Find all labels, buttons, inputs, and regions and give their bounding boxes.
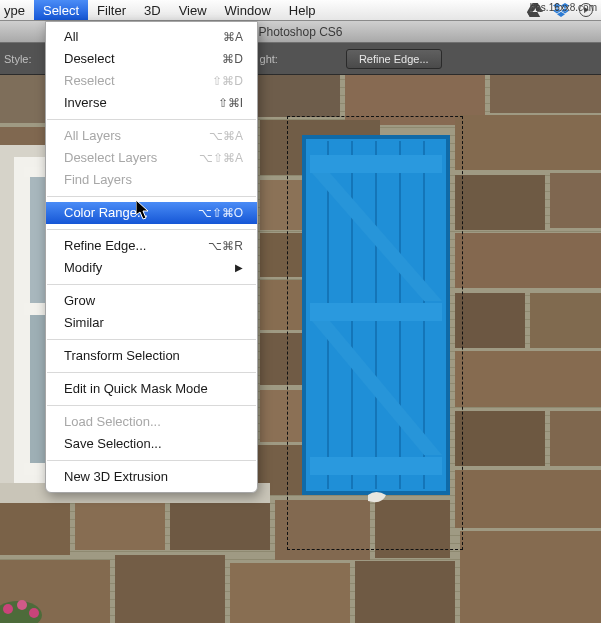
svg-rect-28 bbox=[75, 495, 165, 550]
menu-refine-edge-shortcut: ⌥⌘R bbox=[208, 237, 243, 255]
menu-grow-label: Grow bbox=[64, 292, 95, 310]
menu-type[interactable]: ype bbox=[0, 0, 34, 20]
menu-all[interactable]: All ⌘A bbox=[46, 26, 257, 48]
svg-rect-27 bbox=[0, 495, 70, 555]
app-title: Photoshop CS6 bbox=[258, 25, 342, 39]
blue-shutter bbox=[304, 137, 448, 502]
menu-deselect[interactable]: Deselect ⌘D bbox=[46, 48, 257, 70]
menu-transform-selection[interactable]: Transform Selection bbox=[46, 345, 257, 367]
menu-load-selection-label: Load Selection... bbox=[64, 413, 161, 431]
style-label: Style: bbox=[4, 53, 32, 65]
menu-all-layers: All Layers ⌥⌘A bbox=[46, 125, 257, 147]
menu-3d[interactable]: 3D bbox=[135, 0, 170, 20]
menu-reselect-label: Reselect bbox=[64, 72, 115, 90]
menu-reselect: Reselect ⇧⌘D bbox=[46, 70, 257, 92]
menu-window[interactable]: Window bbox=[216, 0, 280, 20]
menu-all-layers-label: All Layers bbox=[64, 127, 121, 145]
menu-deselect-shortcut: ⌘D bbox=[222, 50, 243, 68]
menu-similar[interactable]: Similar bbox=[46, 312, 257, 334]
svg-rect-13 bbox=[455, 175, 545, 230]
svg-rect-59 bbox=[310, 155, 442, 173]
menu-color-range-label: Color Range... bbox=[64, 204, 148, 222]
height-label: ght: bbox=[260, 53, 278, 65]
menu-save-selection[interactable]: Save Selection... bbox=[46, 433, 257, 455]
menu-filter[interactable]: Filter bbox=[88, 0, 135, 20]
svg-point-49 bbox=[3, 604, 13, 614]
svg-point-50 bbox=[17, 600, 27, 610]
menu-refine-edge-label: Refine Edge... bbox=[64, 237, 146, 255]
mac-menubar: ype Select Filter 3D View Window Help bbox=[0, 0, 601, 21]
svg-rect-23 bbox=[455, 411, 545, 466]
menu-find-layers: Find Layers bbox=[46, 169, 257, 191]
select-menu-dropdown: All ⌘A Deselect ⌘D Reselect ⇧⌘D Inverse … bbox=[45, 21, 258, 493]
menu-select[interactable]: Select bbox=[34, 0, 88, 20]
svg-rect-14 bbox=[550, 173, 601, 228]
menu-new-3d-label: New 3D Extrusion bbox=[64, 468, 168, 486]
svg-rect-35 bbox=[355, 561, 455, 623]
menu-reselect-shortcut: ⇧⌘D bbox=[212, 72, 243, 90]
svg-rect-24 bbox=[550, 411, 601, 466]
menu-deselect-layers-shortcut: ⌥⇧⌘A bbox=[199, 149, 243, 167]
menu-refine-edge[interactable]: Refine Edge... ⌥⌘R bbox=[46, 235, 257, 257]
svg-rect-31 bbox=[375, 500, 450, 558]
menu-inverse[interactable]: Inverse ⇧⌘I bbox=[46, 92, 257, 114]
svg-rect-30 bbox=[275, 500, 370, 560]
menu-help[interactable]: Help bbox=[280, 0, 325, 20]
menu-find-layers-label: Find Layers bbox=[64, 171, 132, 189]
submenu-arrow-icon: ▶ bbox=[235, 259, 243, 277]
menu-all-shortcut: ⌘A bbox=[223, 28, 243, 46]
menu-deselect-label: Deselect bbox=[64, 50, 115, 68]
menu-color-range[interactable]: Color Range... ⌥⇧⌘O bbox=[46, 202, 257, 224]
svg-rect-19 bbox=[530, 293, 601, 348]
svg-rect-60 bbox=[310, 303, 442, 321]
menu-inverse-label: Inverse bbox=[64, 94, 107, 112]
svg-rect-36 bbox=[460, 531, 601, 623]
menu-color-range-shortcut: ⌥⇧⌘O bbox=[198, 204, 243, 222]
svg-rect-8 bbox=[490, 75, 601, 113]
menu-similar-label: Similar bbox=[64, 314, 104, 332]
menu-new-3d-extrusion[interactable]: New 3D Extrusion bbox=[46, 466, 257, 488]
svg-rect-29 bbox=[170, 495, 270, 550]
svg-point-51 bbox=[29, 608, 39, 618]
menu-view[interactable]: View bbox=[170, 0, 216, 20]
svg-rect-18 bbox=[455, 293, 525, 348]
menu-save-selection-label: Save Selection... bbox=[64, 435, 162, 453]
menu-grow[interactable]: Grow bbox=[46, 290, 257, 312]
menu-deselect-layers-label: Deselect Layers bbox=[64, 149, 157, 167]
menu-modify[interactable]: Modify ▶ bbox=[46, 257, 257, 279]
svg-rect-33 bbox=[115, 555, 225, 623]
refine-edge-button[interactable]: Refine Edge... bbox=[346, 49, 442, 69]
menu-load-selection: Load Selection... bbox=[46, 411, 257, 433]
svg-rect-21 bbox=[455, 351, 601, 407]
menu-transform-label: Transform Selection bbox=[64, 347, 180, 365]
svg-rect-11 bbox=[455, 115, 601, 170]
menu-all-layers-shortcut: ⌥⌘A bbox=[209, 127, 243, 145]
menu-inverse-shortcut: ⇧⌘I bbox=[218, 94, 243, 112]
menu-deselect-layers: Deselect Layers ⌥⇧⌘A bbox=[46, 147, 257, 169]
menu-quick-mask[interactable]: Edit in Quick Mask Mode bbox=[46, 378, 257, 400]
menu-modify-label: Modify bbox=[64, 259, 102, 277]
svg-rect-34 bbox=[230, 563, 350, 623]
svg-rect-26 bbox=[455, 470, 601, 528]
menu-quick-mask-label: Edit in Quick Mask Mode bbox=[64, 380, 208, 398]
watermark: bbs.16xx8.com bbox=[530, 2, 597, 13]
menu-all-label: All bbox=[64, 28, 78, 46]
svg-rect-61 bbox=[310, 457, 442, 475]
svg-rect-16 bbox=[455, 233, 601, 288]
